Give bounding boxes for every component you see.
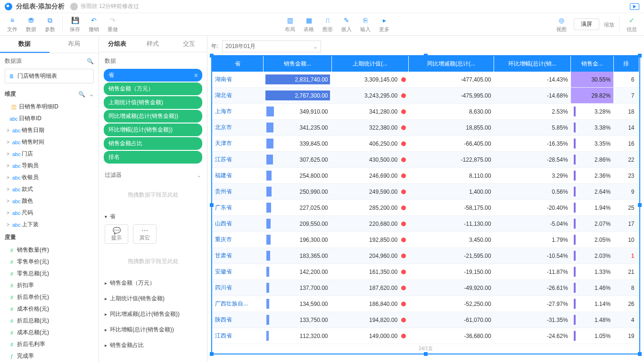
resize-handle[interactable]: [424, 352, 428, 356]
table-row[interactable]: 甘肃省183,365.00204,960.00 -21,595.00-10.54…: [212, 248, 639, 264]
tab-group-table[interactable]: 分组表: [99, 36, 135, 52]
info-button[interactable]: ✓信息: [622, 16, 641, 33]
measure-section[interactable]: ▸销售金额（万元）: [99, 275, 207, 291]
text-type-icon: abc: [11, 210, 22, 216]
measure-section[interactable]: ▸同比增减额(总计(销售金额)): [99, 306, 207, 322]
dimension-field[interactable]: >abc上下装: [0, 219, 99, 230]
measure-field[interactable]: #销售数量(件): [0, 244, 99, 256]
measure-section[interactable]: ▸销售金额占比: [99, 337, 207, 353]
table-row[interactable]: 上海市349,910.00341,280.00 8,630.002.53%3.2…: [212, 104, 639, 120]
file-menu[interactable]: ≡文件: [3, 16, 22, 33]
input-button[interactable]: ⎘输入: [356, 16, 375, 33]
table-row[interactable]: 广西壮族自...134,590.00186,840.00 -52,250.00-…: [212, 296, 639, 312]
table-row[interactable]: 贵州省250,990.00249,590.00 1,400.000.56%2.6…: [212, 184, 639, 200]
more-button[interactable]: ▸更多: [375, 16, 394, 33]
grid-button[interactable]: ▦表格: [299, 16, 318, 33]
column-header[interactable]: 排: [613, 56, 639, 72]
dimension-field[interactable]: >abc款式: [0, 183, 99, 195]
chevron-down-icon[interactable]: ⌄: [197, 172, 201, 179]
tab-layout[interactable]: 布局: [50, 36, 99, 53]
measure-field[interactable]: #零售单价(元): [0, 256, 99, 268]
table-row[interactable]: 江苏省307,625.00430,500.00 -122,875.00-28.5…: [212, 152, 639, 168]
redo-button[interactable]: ↷重做: [103, 16, 122, 33]
layout-button[interactable]: ▥布局: [281, 16, 299, 33]
resize-handle[interactable]: [638, 54, 642, 58]
dimension-field[interactable]: abc日销单ID: [0, 113, 99, 124]
column-header[interactable]: 环比增幅(总计(销...: [494, 56, 571, 72]
tab-style[interactable]: 样式: [135, 36, 171, 52]
resize-handle[interactable]: [424, 54, 428, 58]
chevron-down-icon[interactable]: ⌄: [89, 91, 94, 98]
dimension-field[interactable]: >abc收银员: [0, 172, 99, 183]
field-pill[interactable]: 省≡: [104, 69, 202, 82]
preview-play-button[interactable]: [630, 3, 639, 10]
table-row[interactable]: 湖北省2,767,300.003,243,295.00 -475,995.00-…: [212, 88, 639, 104]
column-header[interactable]: 同比增减额(总计(...: [409, 56, 494, 72]
measure-section[interactable]: ▸上期统计值(销售金额): [99, 291, 207, 306]
resize-handle[interactable]: [210, 352, 214, 356]
tab-data[interactable]: 数据: [0, 36, 50, 53]
field-pill[interactable]: 上期统计值(销售金额): [104, 96, 202, 109]
dimension-field[interactable]: >abc导购员: [0, 160, 99, 172]
table-component[interactable]: 省销售金额...上期统计值(...同比增减额(总计(...环比增幅(总计(销..…: [211, 55, 640, 354]
chart-button[interactable]: ⎍图形: [318, 16, 337, 33]
measure-field[interactable]: #折扣率: [0, 280, 99, 291]
search-icon[interactable]: 🔍: [78, 91, 85, 98]
data-menu[interactable]: ⛃数据: [22, 16, 41, 33]
section-province[interactable]: ▾省: [99, 209, 207, 224]
table-row[interactable]: 天津市339,845.00406,250.00 -66,405.00-16.35…: [212, 136, 639, 152]
tip-button[interactable]: 💬提示: [105, 224, 128, 244]
measure-field[interactable]: #成本总额(元): [0, 327, 99, 338]
table-row[interactable]: 福建省254,800.00246,690.00 8,110.003.29%2.3…: [212, 168, 639, 184]
zoom-select[interactable]: 满屏: [574, 18, 599, 30]
dimension-field[interactable]: >abc尺码: [0, 207, 99, 219]
table-row[interactable]: 湖南省2,831,740.003,309,145.00 -477,405.00-…: [212, 72, 639, 88]
dimension-field[interactable]: >abc销售日期: [0, 124, 99, 136]
table-row[interactable]: 重庆市196,300.00192,850.00 3,450.001.79%2.0…: [212, 232, 639, 248]
params-menu[interactable]: ⧉参数: [41, 16, 59, 33]
table-row[interactable]: 陕西省133,750.00194,820.00 -61,070.00-31.35…: [212, 312, 639, 328]
sales-cell: 349,910.00: [264, 104, 332, 120]
dimension-field[interactable]: >abc门店: [0, 148, 99, 160]
field-pill[interactable]: 销售金额（万元）: [104, 82, 202, 95]
table-row[interactable]: 广东省227,025.00285,200.00 -58,175.00-20.40…: [212, 200, 639, 216]
measure-field[interactable]: #折后总额(元): [0, 315, 99, 327]
table-row[interactable]: 江西省112,320.00149,000.00 -36,680.00-24.62…: [212, 328, 639, 344]
other-button[interactable]: ⋯其它: [133, 224, 157, 244]
column-header[interactable]: 销售金...: [571, 56, 614, 72]
column-header[interactable]: 销售金额...: [264, 56, 332, 72]
resize-handle[interactable]: [210, 203, 214, 207]
filter-dropzone[interactable]: 拖拽数据字段至此处: [105, 184, 201, 206]
search-icon[interactable]: 🔍: [87, 58, 94, 65]
column-header[interactable]: 省: [212, 56, 264, 72]
embed-button[interactable]: ✎嵌入: [337, 16, 356, 33]
measure-field[interactable]: #成本价格(元): [0, 303, 99, 315]
save-button[interactable]: 💾保存: [66, 16, 84, 33]
table-row[interactable]: 北京市341,235.00322,380.00 18,855.005.85%3.…: [212, 120, 639, 136]
measure-section[interactable]: ▸环比增幅(总计(销售金额)): [99, 322, 207, 337]
field-pill[interactable]: 环比增幅(总计(销售金额)): [104, 123, 202, 136]
field-pill[interactable]: 排名: [104, 151, 202, 164]
province-dropzone[interactable]: 拖拽数据字段至此处: [105, 250, 201, 272]
field-pill[interactable]: 同比增减额(总计(销售金额)): [104, 110, 202, 123]
view-button[interactable]: ◎视图: [552, 16, 571, 33]
tab-interact[interactable]: 交互: [171, 36, 207, 52]
datasource-item[interactable]: 🗎 门店销售明细表: [5, 69, 94, 83]
field-pill[interactable]: 销售金额占比: [104, 137, 202, 150]
measure-field[interactable]: ƒ完成率: [0, 350, 99, 362]
resize-handle[interactable]: [210, 54, 214, 58]
resize-handle[interactable]: [638, 203, 642, 207]
dimension-field[interactable]: ⚿日销售单明细ID: [0, 101, 99, 113]
column-header[interactable]: 上期统计值(...: [332, 56, 409, 72]
dimension-field[interactable]: >abc销售时间: [0, 136, 99, 148]
dimension-field[interactable]: >abc颜色: [0, 195, 99, 207]
table-row[interactable]: 山西省209,550.00220,680.00 -11,130.00-5.04%…: [212, 216, 639, 232]
undo-button[interactable]: ↶撤销: [84, 16, 103, 33]
resize-handle[interactable]: [638, 352, 642, 356]
measure-field[interactable]: #折后毛利率: [0, 338, 99, 350]
year-filter-select[interactable]: 2018年01月 ⌄: [222, 41, 321, 52]
measure-field[interactable]: #零售总额(元): [0, 268, 99, 280]
measure-field[interactable]: #折后单价(元): [0, 291, 99, 303]
table-row[interactable]: 安徽省142,200.00161,350.00 -19,150.00-11.87…: [212, 264, 639, 280]
table-row[interactable]: 四川省137,700.00187,620.00 -49,920.00-26.61…: [212, 280, 639, 296]
